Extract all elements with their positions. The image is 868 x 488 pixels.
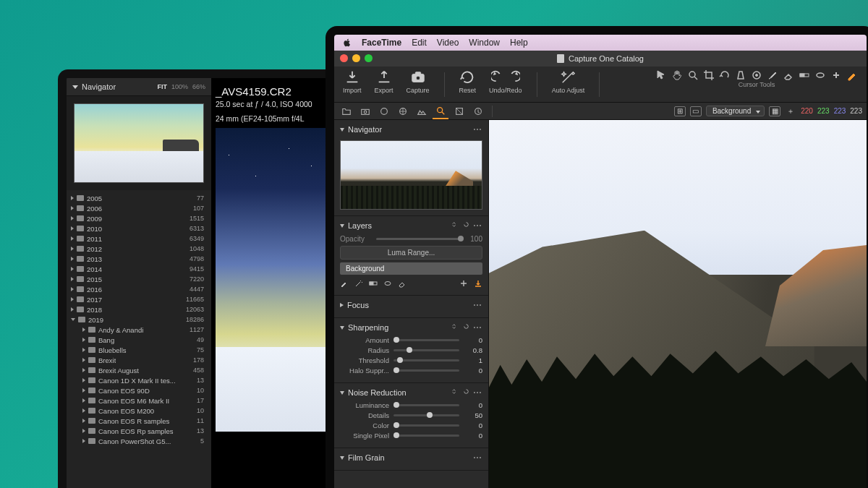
tab-adjust-icon[interactable] (451, 104, 467, 119)
image-viewer[interactable] (489, 120, 867, 488)
opacity-slider[interactable]: Opacity 100 (340, 235, 482, 243)
slider-row[interactable]: Luminance0 (340, 401, 482, 409)
menubar-item[interactable]: Window (469, 38, 500, 48)
disclosure-triangle-icon[interactable] (71, 297, 74, 301)
keystone-icon[interactable] (735, 69, 746, 81)
slider-knob[interactable] (427, 412, 433, 418)
disclosure-triangle-icon[interactable] (71, 236, 74, 241)
slider-row[interactable]: Halo Suppr...0 (340, 367, 482, 374)
slider-knob[interactable] (393, 422, 399, 428)
slider-row[interactable]: Single Pixel0 (340, 432, 482, 440)
panel-menu-icon[interactable]: ⋯ (473, 124, 482, 134)
luma-range-button[interactable]: Luma Range... (340, 246, 482, 260)
tool-tab-strip[interactable]: ⊞ ▭ Background ▦ ＋ 220 223 223 223 (334, 103, 867, 120)
erase-icon[interactable] (783, 69, 794, 81)
minimize-button[interactable] (352, 54, 360, 62)
disclosure-triangle-icon[interactable] (82, 338, 85, 342)
folder-row[interactable]: Canon EOS M6 Mark II17 (67, 395, 211, 406)
heal-icon[interactable] (830, 69, 842, 81)
folder-row[interactable]: 20157220 (67, 274, 211, 284)
window-titlebar[interactable]: Capture One Catalog (334, 51, 867, 67)
menubar-item[interactable]: Video (437, 38, 459, 48)
folder-row[interactable]: Bang49 (67, 335, 211, 345)
menubar-item[interactable]: Edit (412, 38, 427, 48)
slider-track[interactable] (393, 435, 459, 437)
slider-row[interactable]: Threshold1 (340, 356, 482, 364)
tools-panel[interactable]: Navigator ⋯ Layers ⋯ (334, 120, 489, 488)
layer-selector-dropdown[interactable]: Background (706, 106, 765, 116)
folder-row[interactable]: Brexit August458 (67, 365, 211, 375)
disclosure-triangle-icon[interactable] (71, 226, 74, 231)
zoom-100[interactable]: 100% (171, 83, 188, 90)
folder-row[interactable]: 2006107 (67, 203, 211, 213)
panel-menu-icon[interactable]: ⋯ (473, 221, 482, 231)
tab-capture-icon[interactable] (357, 104, 373, 119)
folder-row[interactable]: 201711665 (67, 294, 211, 304)
close-button[interactable] (340, 54, 348, 62)
navigator-panel-header[interactable]: Navigator ⋯ (340, 123, 482, 136)
hand-icon[interactable] (671, 69, 683, 81)
disclosure-triangle-icon[interactable] (71, 277, 74, 281)
maximize-button[interactable] (365, 54, 373, 62)
disclosure-triangle-icon[interactable] (71, 287, 74, 291)
layer-item-background[interactable]: Background (340, 262, 482, 275)
zoom-fit[interactable]: FIT (157, 83, 167, 90)
disclosure-triangle-icon[interactable] (82, 378, 85, 382)
slider-row[interactable]: Radius0.8 (340, 346, 482, 354)
folder-row[interactable]: Canon EOS M20010 (67, 406, 211, 416)
disclosure-triangle-icon[interactable] (82, 439, 85, 443)
disclosure-triangle-icon[interactable] (71, 307, 74, 312)
undo-redo-buttons[interactable]: Undo/Redo (489, 69, 522, 94)
slider-row[interactable]: Details50 (340, 411, 482, 419)
macos-menubar[interactable]: FaceTime Edit Video Window Help (334, 35, 867, 51)
folder-row[interactable]: 20106313 (67, 223, 211, 234)
navigator-thumbnail[interactable] (340, 140, 482, 210)
export-button[interactable]: Export (375, 69, 393, 94)
tab-color-icon[interactable] (395, 104, 411, 119)
folder-row[interactable]: Canon EOS Rp samples13 (67, 426, 211, 436)
folder-row[interactable]: Canon EOS 90D10 (67, 385, 211, 395)
navigator-preview[interactable] (74, 103, 204, 183)
disclosure-triangle-icon[interactable] (71, 318, 75, 321)
disclosure-triangle-icon[interactable] (82, 328, 85, 332)
slider-row[interactable]: Color0 (340, 421, 482, 429)
radial-icon[interactable] (814, 69, 826, 81)
folder-row[interactable]: Canon 1D X Mark II tes...13 (67, 375, 211, 385)
mask-toggle-button[interactable]: ▦ (769, 106, 780, 116)
reset-icon[interactable] (462, 221, 470, 228)
import-button[interactable]: Import (343, 69, 362, 94)
navigator-header[interactable]: Navigator FIT 100% 66% (67, 78, 211, 96)
radial-mask-icon[interactable] (383, 279, 392, 289)
disclosure-triangle-icon[interactable] (82, 419, 85, 423)
disclosure-triangle-icon[interactable] (82, 348, 85, 352)
magic-brush-icon[interactable] (354, 279, 363, 289)
capture-button[interactable]: Capture (407, 69, 430, 94)
loupe-icon[interactable] (687, 69, 699, 81)
auto-adjust-button[interactable]: Auto Adjust (552, 69, 585, 94)
panel-menu-icon[interactable]: ⋯ (473, 388, 482, 398)
menubar-item[interactable]: Help (510, 38, 528, 48)
rotate-icon[interactable] (719, 69, 731, 81)
disclosure-triangle-icon[interactable] (82, 388, 85, 393)
crop-icon[interactable] (703, 69, 715, 81)
apple-logo-icon[interactable] (343, 38, 352, 47)
noise-reduction-panel-header[interactable]: Noise Reduction ⋯ (340, 386, 482, 399)
folder-row[interactable]: 20134798 (67, 254, 211, 264)
zoom-66[interactable]: 66% (192, 83, 205, 90)
apply-icon[interactable] (474, 279, 482, 289)
tab-details-icon[interactable] (433, 103, 448, 119)
gradient-icon[interactable] (799, 69, 810, 81)
film-grain-panel-header[interactable]: Film Grain ⋯ (340, 451, 482, 464)
cursor-arrow-icon[interactable] (655, 69, 667, 81)
add-layer-button[interactable]: ＋ (785, 106, 796, 116)
slider-track[interactable] (393, 424, 459, 427)
cursor-tools-strip[interactable] (655, 69, 858, 81)
disclosure-triangle-icon[interactable] (71, 216, 74, 221)
expand-icon[interactable] (451, 322, 459, 330)
tab-library-icon[interactable] (339, 104, 354, 119)
focus-panel-header[interactable]: Focus ⋯ (340, 299, 482, 312)
menubar-app-name[interactable]: FaceTime (362, 38, 401, 48)
slider-track[interactable] (393, 349, 459, 351)
brush-icon[interactable] (767, 69, 778, 81)
disclosure-triangle-icon[interactable] (82, 358, 85, 362)
